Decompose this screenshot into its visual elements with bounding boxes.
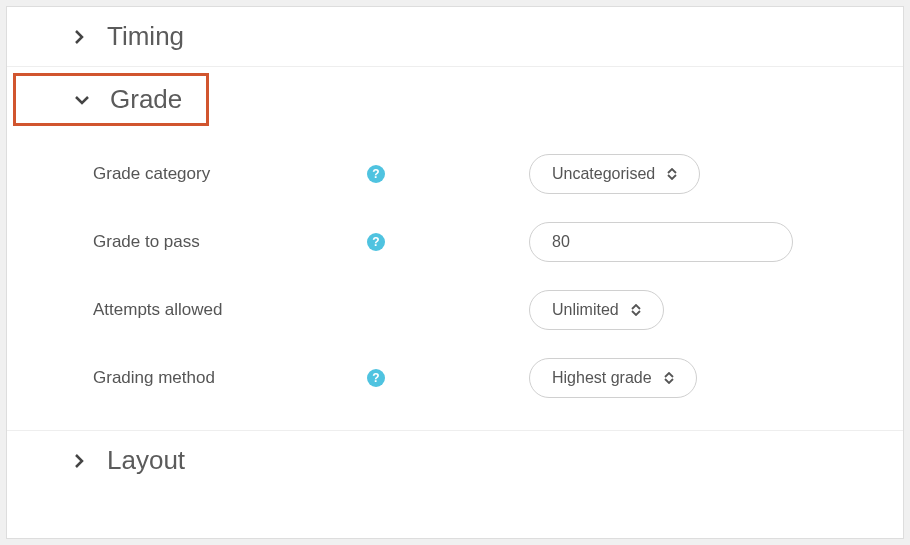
row-grading-method: Grading method ? Highest grade <box>7 344 903 412</box>
select-attempts-allowed[interactable]: Unlimited <box>529 290 664 330</box>
select-attempts-allowed-value: Unlimited <box>552 301 619 319</box>
input-grade-to-pass[interactable] <box>529 222 793 262</box>
row-grade-category: Grade category ? Uncategorised <box>7 140 903 208</box>
select-grading-method-value: Highest grade <box>552 369 652 387</box>
section-grade-header[interactable]: Grade <box>13 73 209 126</box>
help-icon[interactable]: ? <box>367 165 385 183</box>
chevron-right-icon <box>69 451 89 471</box>
help-col: ? <box>367 233 427 251</box>
section-layout-title: Layout <box>107 445 185 476</box>
row-grade-to-pass: Grade to pass ? <box>7 208 903 276</box>
section-timing-header[interactable]: Timing <box>7 7 903 67</box>
help-icon[interactable]: ? <box>367 369 385 387</box>
control-col: Uncategorised <box>427 154 700 194</box>
section-grade-body: Grade category ? Uncategorised Grade to … <box>7 132 903 431</box>
row-attempts-allowed: Attempts allowed Unlimited <box>7 276 903 344</box>
control-col: Highest grade <box>427 358 697 398</box>
updown-icon <box>631 304 641 316</box>
help-col: ? <box>367 369 427 387</box>
help-icon[interactable]: ? <box>367 233 385 251</box>
section-grade-title: Grade <box>110 84 182 115</box>
label-grading-method: Grading method <box>7 368 367 388</box>
section-timing-title: Timing <box>107 21 184 52</box>
label-grade-to-pass: Grade to pass <box>7 232 367 252</box>
select-grade-category[interactable]: Uncategorised <box>529 154 700 194</box>
updown-icon <box>664 372 674 384</box>
chevron-right-icon <box>69 27 89 47</box>
control-col: Unlimited <box>427 290 664 330</box>
select-grading-method[interactable]: Highest grade <box>529 358 697 398</box>
chevron-down-icon <box>72 90 92 110</box>
section-layout-header[interactable]: Layout <box>7 431 903 490</box>
label-attempts-allowed: Attempts allowed <box>7 300 367 320</box>
help-col: ? <box>367 165 427 183</box>
control-col <box>427 222 793 262</box>
updown-icon <box>667 168 677 180</box>
section-grade-header-wrap: Grade <box>7 67 903 132</box>
settings-panel: Timing Grade Grade category ? Uncategori… <box>6 6 904 539</box>
select-grade-category-value: Uncategorised <box>552 165 655 183</box>
label-grade-category: Grade category <box>7 164 367 184</box>
